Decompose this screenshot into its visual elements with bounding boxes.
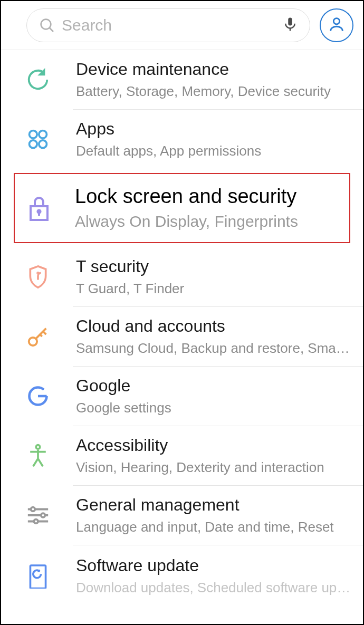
setting-t-security[interactable]: T security T Guard, T Finder [1,247,363,306]
svg-point-4 [333,18,339,24]
svg-line-16 [40,334,42,336]
setting-subtitle: Samsung Cloud, Backup and restore, Smart… [76,339,352,358]
svg-point-18 [36,445,40,449]
setting-general-management[interactable]: General management Language and input, D… [1,486,363,545]
setting-lock-screen-security[interactable]: Lock screen and security Always On Displ… [23,184,344,233]
svg-line-21 [33,459,38,467]
sliders-icon [23,501,53,530]
svg-line-22 [38,459,43,467]
profile-button[interactable] [320,8,353,42]
mic-icon[interactable] [282,15,298,35]
settings-list: Device maintenance Battery, Storage, Mem… [1,50,363,598]
setting-subtitle: Always On Display, Fingerprints [75,210,339,233]
shield-icon [23,262,53,292]
setting-subtitle: Download updates, Scheduled software up… [76,578,352,597]
setting-device-maintenance[interactable]: Device maintenance Battery, Storage, Mem… [1,50,363,109]
setting-title: T security [76,256,352,278]
google-icon [23,381,53,411]
update-icon [23,561,53,591]
setting-title: Lock screen and security [75,184,339,209]
svg-point-28 [34,520,38,524]
setting-accessibility[interactable]: Accessibility Vision, Hearing, Dexterity… [1,426,363,485]
setting-title: Cloud and accounts [76,315,352,338]
setting-google[interactable]: Google Google settings [1,367,363,426]
header: Search [1,1,363,50]
svg-line-1 [50,28,53,32]
svg-point-7 [30,140,37,148]
setting-title: Accessibility [76,435,352,457]
setting-subtitle: Battery, Storage, Memory, Device securit… [76,82,352,101]
lock-icon [24,194,54,223]
svg-point-24 [31,507,35,512]
key-icon [23,322,53,351]
svg-point-26 [41,513,45,517]
setting-title: Apps [76,118,352,140]
setting-software-update[interactable]: Software update Download updates, Schedu… [1,545,363,598]
setting-subtitle: Vision, Hearing, Dexterity and interacti… [76,458,352,477]
setting-subtitle: Default apps, App permissions [76,141,352,160]
svg-point-10 [37,210,40,213]
profile-icon [328,15,346,35]
svg-point-12 [37,273,39,274]
highlighted-setting: Lock screen and security Always On Displ… [14,173,350,243]
svg-point-13 [29,338,37,345]
svg-rect-2 [288,18,292,26]
svg-point-6 [39,130,47,138]
setting-title: Device maintenance [76,59,352,81]
accessibility-icon [23,441,53,470]
setting-subtitle: T Guard, T Finder [76,279,352,298]
setting-subtitle: Language and input, Date and time, Reset [76,517,352,536]
device-maintenance-icon [23,65,53,94]
svg-point-0 [41,20,51,30]
svg-point-8 [39,140,47,148]
search-placeholder: Search [62,16,282,34]
setting-title: Software update [76,555,352,577]
apps-icon [23,124,53,154]
setting-apps[interactable]: Apps Default apps, App permissions [1,110,363,169]
setting-title: General management [76,494,352,516]
svg-point-5 [30,130,37,138]
setting-title: Google [76,375,352,397]
search-input[interactable]: Search [26,8,310,42]
setting-cloud-accounts[interactable]: Cloud and accounts Samsung Cloud, Backup… [1,307,363,366]
search-icon [39,17,55,34]
svg-line-15 [43,332,46,335]
setting-subtitle: Google settings [76,398,352,417]
